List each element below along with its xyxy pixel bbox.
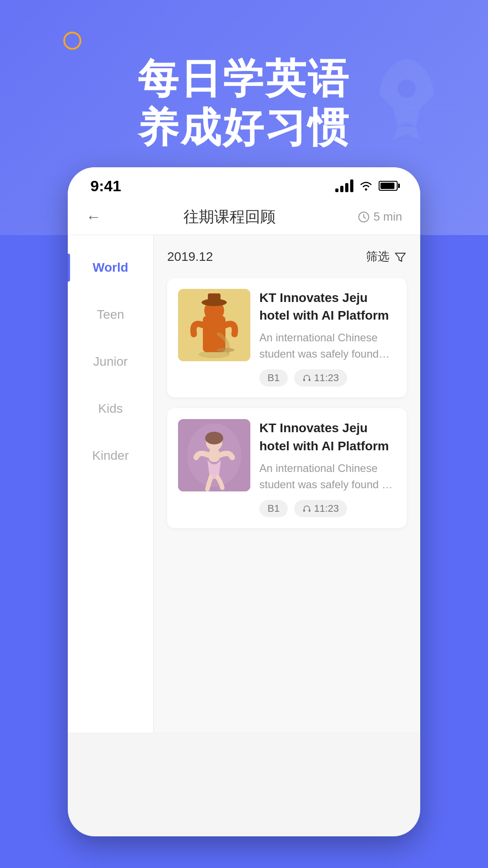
sidebar-label-junior: Junior (93, 354, 127, 369)
main-content: World Teen Junior Kids Kinder 2019.12 筛选 (68, 235, 420, 732)
sidebar-item-junior[interactable]: Junior (68, 338, 153, 385)
sidebar-item-kids[interactable]: Kids (68, 385, 153, 432)
duration-text: 5 min (373, 210, 402, 224)
sidebar-item-world[interactable]: World (68, 244, 153, 291)
hero-line1: 每日学英语 (0, 54, 488, 103)
status-icons (335, 179, 398, 192)
svg-rect-18 (309, 509, 310, 512)
back-button[interactable]: ← (86, 208, 101, 226)
wifi-icon (359, 180, 373, 191)
card-level-1: B1 (259, 369, 288, 387)
card-thumbnail-2 (178, 419, 250, 491)
nav-title: 往期课程回顾 (183, 207, 276, 227)
svg-rect-11 (309, 379, 310, 381)
card-duration-1: 11:23 (294, 369, 347, 387)
card-desc-2: An international Chinese student was saf… (259, 460, 396, 493)
svg-rect-10 (303, 379, 305, 381)
svg-rect-8 (208, 293, 221, 303)
filter-icon (394, 250, 407, 263)
phone-mockup: 9:41 ← 往期课程回顾 5 min (68, 167, 420, 836)
card-info-1: KT Innovates Jeju hotel with AI Platform… (259, 289, 396, 387)
clock-icon (358, 211, 370, 223)
filter-label: 筛选 (366, 249, 389, 264)
svg-point-1 (365, 189, 367, 191)
sidebar-item-teen[interactable]: Teen (68, 291, 153, 338)
card-info-2: KT Innovates Jeju hotel with AI Platform… (259, 419, 396, 517)
hero-line2: 养成好习惯 (0, 103, 488, 152)
course-card-2[interactable]: KT Innovates Jeju hotel with AI Platform… (167, 408, 407, 528)
sidebar: World Teen Junior Kids Kinder (68, 235, 154, 732)
card-tags-2: B1 11:23 (259, 500, 396, 517)
battery-icon (379, 181, 398, 191)
nav-duration: 5 min (358, 210, 402, 224)
card-duration-2: 11:23 (294, 500, 347, 517)
notification-dot (63, 32, 81, 50)
sidebar-label-world: World (93, 260, 128, 275)
sidebar-label-kids: Kids (98, 401, 122, 416)
headphone-icon (302, 373, 311, 382)
course-card-1[interactable]: KT Innovates Jeju hotel with AI Platform… (167, 278, 407, 397)
card-level-2: B1 (259, 500, 288, 517)
content-area: 2019.12 筛选 (154, 235, 420, 732)
status-time: 9:41 (90, 177, 121, 195)
hero-text-container: 每日学英语 养成好习惯 (0, 54, 488, 152)
card-desc-1: An international Chinese student was saf… (259, 330, 396, 362)
sidebar-label-kinder: Kinder (92, 448, 129, 463)
card-tags-1: B1 11:23 (259, 369, 396, 387)
card-thumbnail-1 (178, 289, 250, 361)
headphone-icon-2 (302, 504, 311, 513)
svg-point-9 (216, 348, 235, 352)
content-header: 2019.12 筛选 (167, 249, 407, 264)
sidebar-label-teen: Teen (97, 307, 124, 322)
nav-bar: ← 往期课程回顾 5 min (68, 199, 420, 235)
svg-rect-17 (303, 509, 305, 512)
status-bar: 9:41 (68, 167, 420, 199)
svg-point-16 (205, 432, 223, 444)
svg-rect-5 (203, 316, 225, 352)
card-title-2: KT Innovates Jeju hotel with AI Platform (259, 419, 396, 454)
content-date: 2019.12 (167, 250, 213, 264)
filter-button[interactable]: 筛选 (366, 249, 407, 264)
sidebar-item-kinder[interactable]: Kinder (68, 432, 153, 479)
signal-icon (335, 179, 353, 192)
card-title-1: KT Innovates Jeju hotel with AI Platform (259, 289, 396, 324)
